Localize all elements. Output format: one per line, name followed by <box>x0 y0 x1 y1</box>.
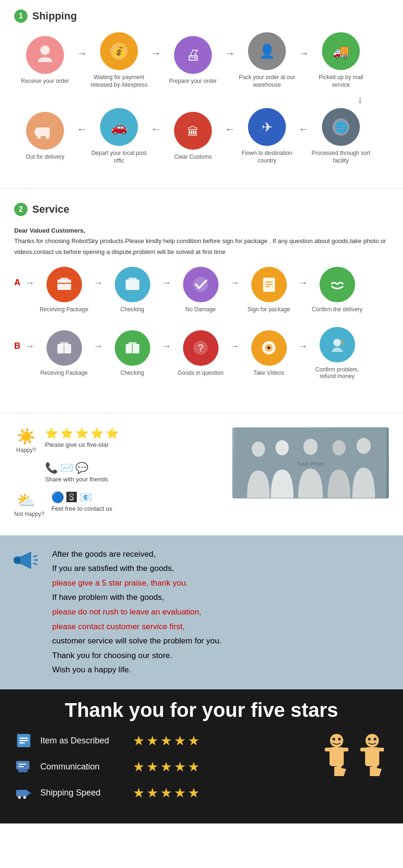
shipping-section: 1 Shipping Receive your order → 💰 Waitin… <box>0 0 403 183</box>
svg-marker-59 <box>27 791 31 796</box>
svc-label-b2: Checking <box>120 370 144 376</box>
thumbs-figures <box>320 731 389 778</box>
svc-item-b2: Checking <box>104 330 161 376</box>
customs-icon: 🏛 <box>174 112 212 150</box>
feedback-left: ☀️ Happy? ⭐ ⭐ ⭐ ⭐ ⭐ Please give us five-… <box>14 427 223 526</box>
svg-point-35 <box>267 346 270 349</box>
thankyou-section: Thank you for your five stars Item as De… <box>0 689 403 823</box>
svg-point-62 <box>330 734 343 747</box>
divider2 <box>0 413 403 413</box>
svg-point-66 <box>332 738 335 741</box>
item-icon <box>14 731 33 750</box>
shipping-number: 1 <box>14 9 27 23</box>
svc-icon-b5: $ <box>320 327 355 362</box>
share-icons: 📞 ✉️ 💬 <box>45 462 108 474</box>
svc-label-a3: No Damage <box>185 306 216 313</box>
svg-point-60 <box>18 796 21 799</box>
svc-icon-a2 <box>115 267 150 302</box>
svg-text:🖨: 🖨 <box>186 47 200 63</box>
team-photo-placeholder: Team Photo <box>232 427 389 498</box>
star3: ★ <box>160 733 172 749</box>
svc-arrow-a3: → <box>230 277 239 288</box>
arrow1: → <box>77 47 87 60</box>
svg-point-67 <box>338 738 341 741</box>
message-line9: Wish you a happy life. <box>52 663 389 678</box>
arrow4: → <box>299 47 309 60</box>
flow-item-pickup: 🚚 Picked up by mail service <box>310 32 372 89</box>
flow-item-out: Out for delivery <box>14 112 76 161</box>
shipping-row2: Out for delivery ← 🚗 Depart your local p… <box>14 108 389 164</box>
star2: ★ <box>147 759 158 775</box>
star2: ★ <box>147 733 158 749</box>
svg-line-49 <box>34 563 37 564</box>
prepare-icon: 🖨 <box>174 36 212 74</box>
ship-label: Shipping Speed <box>40 788 126 798</box>
flown-icon: ✈ <box>248 108 286 146</box>
arrow2: → <box>151 47 161 60</box>
down-arrow: ↓ <box>14 93 389 106</box>
share-text: Share with your friends <box>45 476 108 483</box>
flow-item-flown: ✈ Flown to destination country <box>236 108 298 164</box>
star2: ★ <box>147 785 158 801</box>
svg-text:💰: 💰 <box>111 43 127 58</box>
skype-icon: 🔵 <box>51 491 64 504</box>
svc-item-b4: Take Videos <box>240 330 297 376</box>
contact-text: Feel free to contact us <box>51 505 112 512</box>
shipping-row1: Receive your order → 💰 Waiting for payme… <box>14 32 389 89</box>
thumb-figure2 <box>356 731 389 778</box>
svg-point-0 <box>40 45 50 55</box>
message-line6: please contact customer service first, <box>52 620 389 634</box>
svc-icon-b1 <box>46 330 82 366</box>
flow-item-depart: 🚗 Depart your local post offic <box>88 108 150 164</box>
star5: ⭐ <box>106 427 119 440</box>
thankyou-row-comm: Communication ★ ★ ★ ★ ★ <box>14 757 301 776</box>
thankyou-row-item: Item as Described ★ ★ ★ ★ ★ <box>14 731 301 750</box>
svc-label-b1: Receving Package <box>40 370 88 376</box>
thankyou-title: Thank you for your five stars <box>14 699 389 722</box>
arrow3: → <box>225 47 235 60</box>
team-photo: Team Photo <box>232 427 389 498</box>
star4: ⭐ <box>91 427 103 440</box>
svc-label-b3: Goods in question <box>178 370 224 376</box>
message-line4: If have problem with the goods, <box>52 590 389 605</box>
svg-rect-64 <box>325 748 331 751</box>
svg-rect-19 <box>128 278 137 280</box>
arrow-r2-2: ← <box>151 123 161 136</box>
feedback-nothappy-row: ⛅ Not Happy? 🔵 🆂 📧 Feel free to contact … <box>14 491 223 517</box>
processed-icon: 🌐 <box>322 108 360 146</box>
svg-point-68 <box>366 734 379 747</box>
customs-label: Clear Customs <box>174 154 211 161</box>
star5: ★ <box>188 785 200 801</box>
out-label: Out for delivery <box>26 154 64 161</box>
svg-text:$: $ <box>341 339 344 346</box>
out-icon <box>26 112 64 150</box>
svc-arrow-b1: → <box>93 341 103 352</box>
feedback-happy-row: ☀️ Happy? ⭐ ⭐ ⭐ ⭐ ⭐ Please give us five-… <box>14 427 223 453</box>
flow-item-pack: 👤 Pack your order at our warehouse <box>236 32 298 89</box>
svg-rect-18 <box>126 280 139 290</box>
megaphone-icon <box>12 547 38 573</box>
sun-icon: ☀️ <box>14 427 38 445</box>
svg-point-72 <box>368 738 371 741</box>
svc-label-a1: Receiving Package <box>40 306 89 313</box>
svc-item-a4: Sign for package <box>240 267 297 313</box>
svc-icon-b2 <box>115 330 150 366</box>
thankyou-row-ship: Shipping Speed ★ ★ ★ ★ ★ <box>14 783 301 802</box>
svc-icon-a5 <box>320 267 355 302</box>
svc-icon-b4 <box>251 330 287 366</box>
email-icon: ✉️ <box>60 462 73 474</box>
pickup-icon: 🚚 <box>322 32 360 70</box>
service-section: 2 Service Dear Valued Customers, Thanks … <box>0 193 403 407</box>
service-row-b: B → Receving Package → Checking → ? Good… <box>14 327 389 380</box>
star1: ★ <box>133 759 145 775</box>
service-intro: Dear Valued Customers, Thanks for choosi… <box>14 226 389 257</box>
svg-line-47 <box>34 556 37 557</box>
star4: ★ <box>174 759 186 775</box>
svc-icon-a3 <box>183 267 219 302</box>
svc-label-a5: Confirm the delivery <box>312 306 363 313</box>
contact-icons: 🔵 🆂 📧 <box>51 491 112 504</box>
flow-item-prepare: 🖨 Prepare your order <box>162 36 224 85</box>
svg-rect-7 <box>34 130 38 134</box>
svg-point-9 <box>46 135 49 139</box>
svc-icon-a1 <box>46 267 82 302</box>
